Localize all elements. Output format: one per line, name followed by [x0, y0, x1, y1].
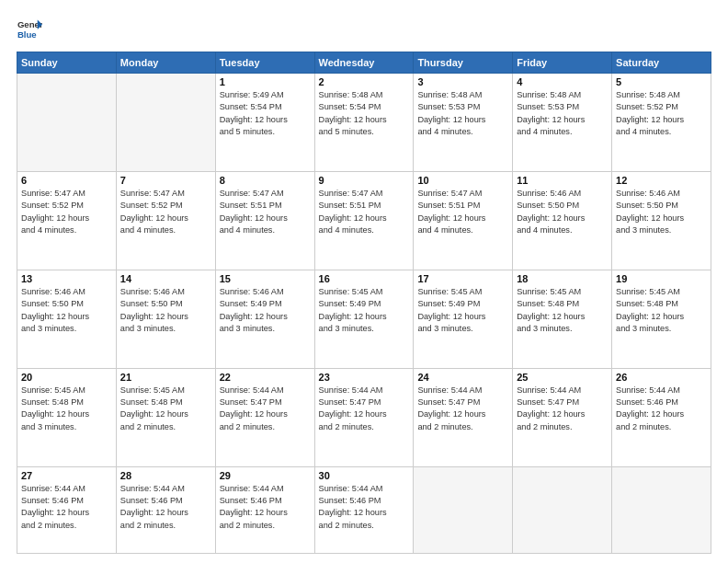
sun-info: Sunrise: 5:48 AMSunset: 5:53 PMDaylight:… [417, 89, 508, 138]
calendar-cell: 7Sunrise: 5:47 AMSunset: 5:52 PMDaylight… [116, 171, 215, 270]
calendar-cell: 26Sunrise: 5:44 AMSunset: 5:46 PMDayligh… [612, 368, 711, 466]
calendar-header-tuesday: Tuesday [215, 52, 314, 74]
day-number: 3 [417, 76, 508, 87]
calendar-week-row: 6Sunrise: 5:47 AMSunset: 5:52 PMDaylight… [17, 171, 711, 270]
calendar-cell: 29Sunrise: 5:44 AMSunset: 5:46 PMDayligh… [215, 466, 314, 553]
page: General Blue SundayMondayTuesdayWednesda… [0, 0, 728, 563]
calendar-cell: 10Sunrise: 5:47 AMSunset: 5:51 PMDayligh… [414, 171, 513, 270]
calendar-header-saturday: Saturday [612, 52, 711, 74]
sun-info: Sunrise: 5:44 AMSunset: 5:47 PMDaylight:… [319, 385, 410, 433]
calendar-week-row: 20Sunrise: 5:45 AMSunset: 5:48 PMDayligh… [17, 368, 711, 466]
calendar-cell: 15Sunrise: 5:46 AMSunset: 5:49 PMDayligh… [215, 270, 314, 368]
generalblue-icon: General Blue [17, 17, 42, 42]
day-number: 12 [616, 175, 707, 186]
calendar-cell [513, 466, 612, 553]
calendar-cell: 16Sunrise: 5:45 AMSunset: 5:49 PMDayligh… [314, 270, 414, 368]
calendar-table: SundayMondayTuesdayWednesdayThursdayFrid… [17, 52, 711, 554]
calendar-header-wednesday: Wednesday [314, 52, 414, 74]
day-number: 6 [21, 175, 112, 186]
sun-info: Sunrise: 5:46 AMSunset: 5:50 PMDaylight:… [616, 188, 707, 236]
sun-info: Sunrise: 5:46 AMSunset: 5:50 PMDaylight:… [21, 286, 112, 335]
sun-info: Sunrise: 5:44 AMSunset: 5:47 PMDaylight:… [517, 385, 608, 433]
calendar-cell: 2Sunrise: 5:48 AMSunset: 5:54 PMDaylight… [314, 74, 414, 172]
day-number: 14 [120, 273, 211, 284]
calendar-cell [116, 74, 215, 172]
day-number: 27 [21, 470, 112, 481]
sun-info: Sunrise: 5:46 AMSunset: 5:50 PMDaylight:… [120, 286, 211, 335]
sun-info: Sunrise: 5:45 AMSunset: 5:49 PMDaylight:… [417, 286, 508, 335]
day-number: 25 [517, 372, 608, 383]
day-number: 11 [517, 175, 608, 186]
day-number: 28 [120, 470, 211, 481]
calendar-header-sunday: Sunday [17, 52, 117, 74]
calendar-cell: 18Sunrise: 5:45 AMSunset: 5:48 PMDayligh… [513, 270, 612, 368]
calendar-header-monday: Monday [116, 52, 215, 74]
sun-info: Sunrise: 5:44 AMSunset: 5:46 PMDaylight:… [220, 483, 311, 532]
calendar-cell: 28Sunrise: 5:44 AMSunset: 5:46 PMDayligh… [116, 466, 215, 553]
sun-info: Sunrise: 5:46 AMSunset: 5:49 PMDaylight:… [220, 286, 311, 335]
calendar-cell: 20Sunrise: 5:45 AMSunset: 5:48 PMDayligh… [17, 368, 117, 466]
sun-info: Sunrise: 5:48 AMSunset: 5:52 PMDaylight:… [616, 89, 707, 138]
day-number: 30 [319, 470, 410, 481]
day-number: 21 [120, 372, 211, 383]
sun-info: Sunrise: 5:47 AMSunset: 5:52 PMDaylight:… [120, 188, 211, 236]
day-number: 8 [220, 175, 311, 186]
day-number: 13 [21, 273, 112, 284]
sun-info: Sunrise: 5:45 AMSunset: 5:49 PMDaylight:… [319, 286, 410, 335]
calendar-cell: 17Sunrise: 5:45 AMSunset: 5:49 PMDayligh… [414, 270, 513, 368]
header: General Blue [17, 17, 711, 42]
calendar-cell [414, 466, 513, 553]
calendar-cell: 25Sunrise: 5:44 AMSunset: 5:47 PMDayligh… [513, 368, 612, 466]
sun-info: Sunrise: 5:44 AMSunset: 5:47 PMDaylight:… [417, 385, 508, 433]
sun-info: Sunrise: 5:46 AMSunset: 5:50 PMDaylight:… [517, 188, 608, 236]
day-number: 7 [120, 175, 211, 186]
calendar-cell [17, 74, 117, 172]
calendar-cell: 27Sunrise: 5:44 AMSunset: 5:46 PMDayligh… [17, 466, 117, 553]
calendar-cell: 21Sunrise: 5:45 AMSunset: 5:48 PMDayligh… [116, 368, 215, 466]
sun-info: Sunrise: 5:47 AMSunset: 5:52 PMDaylight:… [21, 188, 112, 236]
calendar-cell: 1Sunrise: 5:49 AMSunset: 5:54 PMDaylight… [215, 74, 314, 172]
calendar-cell: 12Sunrise: 5:46 AMSunset: 5:50 PMDayligh… [612, 171, 711, 270]
day-number: 15 [220, 273, 311, 284]
day-number: 1 [220, 76, 311, 87]
day-number: 23 [319, 372, 410, 383]
calendar-cell: 13Sunrise: 5:46 AMSunset: 5:50 PMDayligh… [17, 270, 117, 368]
calendar-cell [612, 466, 711, 553]
sun-info: Sunrise: 5:49 AMSunset: 5:54 PMDaylight:… [220, 89, 311, 138]
sun-info: Sunrise: 5:44 AMSunset: 5:46 PMDaylight:… [21, 483, 112, 532]
calendar-cell: 24Sunrise: 5:44 AMSunset: 5:47 PMDayligh… [414, 368, 513, 466]
calendar-week-row: 27Sunrise: 5:44 AMSunset: 5:46 PMDayligh… [17, 466, 711, 553]
calendar-header-friday: Friday [513, 52, 612, 74]
calendar-cell: 3Sunrise: 5:48 AMSunset: 5:53 PMDaylight… [414, 74, 513, 172]
calendar-cell: 9Sunrise: 5:47 AMSunset: 5:51 PMDaylight… [314, 171, 414, 270]
calendar-cell: 4Sunrise: 5:48 AMSunset: 5:53 PMDaylight… [513, 74, 612, 172]
calendar-cell: 11Sunrise: 5:46 AMSunset: 5:50 PMDayligh… [513, 171, 612, 270]
day-number: 20 [21, 372, 112, 383]
sun-info: Sunrise: 5:45 AMSunset: 5:48 PMDaylight:… [120, 385, 211, 433]
sun-info: Sunrise: 5:47 AMSunset: 5:51 PMDaylight:… [417, 188, 508, 236]
day-number: 24 [417, 372, 508, 383]
day-number: 19 [616, 273, 707, 284]
sun-info: Sunrise: 5:48 AMSunset: 5:53 PMDaylight:… [517, 89, 608, 138]
calendar-cell: 8Sunrise: 5:47 AMSunset: 5:51 PMDaylight… [215, 171, 314, 270]
calendar-cell: 19Sunrise: 5:45 AMSunset: 5:48 PMDayligh… [612, 270, 711, 368]
sun-info: Sunrise: 5:45 AMSunset: 5:48 PMDaylight:… [21, 385, 112, 433]
day-number: 29 [220, 470, 311, 481]
calendar-cell: 5Sunrise: 5:48 AMSunset: 5:52 PMDaylight… [612, 74, 711, 172]
calendar-cell: 23Sunrise: 5:44 AMSunset: 5:47 PMDayligh… [314, 368, 414, 466]
calendar-header-row: SundayMondayTuesdayWednesdayThursdayFrid… [17, 52, 711, 74]
calendar-week-row: 1Sunrise: 5:49 AMSunset: 5:54 PMDaylight… [17, 74, 711, 172]
day-number: 18 [517, 273, 608, 284]
day-number: 22 [220, 372, 311, 383]
day-number: 2 [319, 76, 410, 87]
calendar-cell: 14Sunrise: 5:46 AMSunset: 5:50 PMDayligh… [116, 270, 215, 368]
sun-info: Sunrise: 5:44 AMSunset: 5:46 PMDaylight:… [319, 483, 410, 532]
day-number: 9 [319, 175, 410, 186]
sun-info: Sunrise: 5:44 AMSunset: 5:47 PMDaylight:… [220, 385, 311, 433]
sun-info: Sunrise: 5:48 AMSunset: 5:54 PMDaylight:… [319, 89, 410, 138]
calendar-cell: 6Sunrise: 5:47 AMSunset: 5:52 PMDaylight… [17, 171, 117, 270]
sun-info: Sunrise: 5:44 AMSunset: 5:46 PMDaylight:… [120, 483, 211, 532]
day-number: 5 [616, 76, 707, 87]
sun-info: Sunrise: 5:45 AMSunset: 5:48 PMDaylight:… [517, 286, 608, 335]
day-number: 4 [517, 76, 608, 87]
